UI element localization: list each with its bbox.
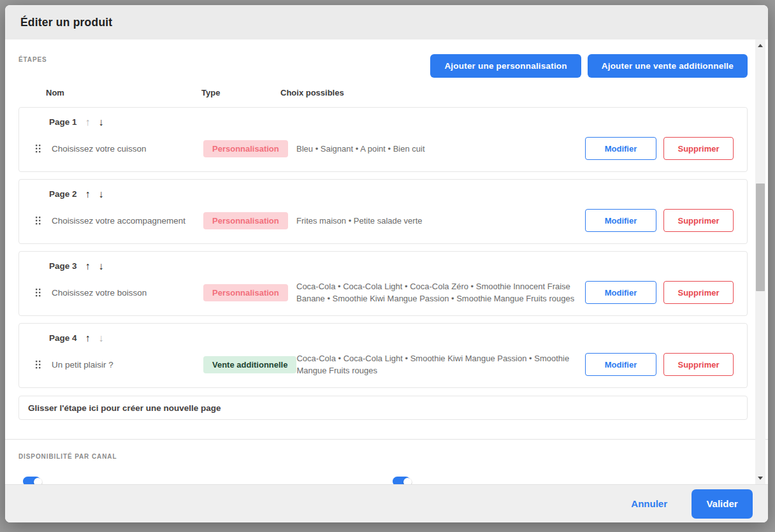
type-badge: Personnalisation xyxy=(203,140,288,157)
etape-row: Choisissez votre boisson Personnalisatio… xyxy=(19,278,747,306)
page-label: Page 1 xyxy=(49,117,77,127)
delete-button[interactable]: Supprimer xyxy=(663,137,734,160)
channel-toggle[interactable] xyxy=(23,477,41,484)
etape-card: Page 2 ↑ ↓ Choisissez votre accompagneme… xyxy=(18,179,748,244)
step-type-cell: Personnalisation xyxy=(203,140,296,157)
step-type-cell: Personnalisation xyxy=(203,212,296,229)
etapes-list: Page 1 ↑ ↓ Choisissez votre cuisson Pers… xyxy=(18,107,748,388)
step-choices: Coca-Cola • Coca-Cola Light • Smoothie K… xyxy=(296,352,585,377)
scrollbar-up-icon[interactable] xyxy=(758,44,763,47)
etape-row: Choisissez votre accompagnement Personna… xyxy=(19,206,747,234)
new-page-drop-zone[interactable]: Glisser l'étape ici pour créer une nouve… xyxy=(18,396,748,420)
scrollbar-down-icon[interactable] xyxy=(758,477,763,480)
etape-card-header: Page 2 ↑ ↓ xyxy=(19,188,747,200)
arrow-down-icon[interactable]: ↓ xyxy=(99,333,104,343)
validate-button[interactable]: Valider xyxy=(692,489,753,519)
arrow-up-icon[interactable]: ↑ xyxy=(85,333,91,343)
disponibilite-section-label: DISPONIBILITÉ PAR CANAL xyxy=(18,453,117,460)
etape-card-header: Page 1 ↑ ↓ xyxy=(19,116,747,128)
arrow-up-icon[interactable]: ↑ xyxy=(85,261,91,271)
modal-title: Éditer un produit xyxy=(20,16,112,29)
channels-row xyxy=(18,477,748,484)
drag-handle-icon[interactable] xyxy=(36,217,42,225)
page-label: Page 4 xyxy=(49,333,77,343)
step-name: Choisissez votre cuisson xyxy=(52,144,203,154)
arrow-up-icon[interactable]: ↑ xyxy=(85,117,91,127)
step-actions: Modifier Supprimer xyxy=(585,137,734,160)
delete-button[interactable]: Supprimer xyxy=(663,353,734,376)
arrow-up-icon[interactable]: ↑ xyxy=(85,189,91,199)
etape-card: Page 1 ↑ ↓ Choisissez votre cuisson Pers… xyxy=(18,107,748,172)
etapes-section-label: ÉTAPES xyxy=(18,56,47,63)
modal-scrollbar[interactable] xyxy=(755,40,765,484)
arrow-down-icon[interactable]: ↓ xyxy=(99,189,104,199)
delete-button[interactable]: Supprimer xyxy=(663,209,734,232)
type-badge: Vente additionnelle xyxy=(203,356,296,373)
channel-toggle[interactable] xyxy=(393,477,410,484)
column-header-type: Type xyxy=(201,88,280,97)
arrow-down-icon[interactable]: ↓ xyxy=(99,261,104,271)
drag-handle-icon[interactable] xyxy=(36,145,42,153)
step-choices: Bleu • Saignant • A point • Bien cuit xyxy=(296,143,585,155)
step-actions: Modifier Supprimer xyxy=(585,281,734,304)
step-choices: Frites maison • Petite salade verte xyxy=(296,215,585,227)
page-label: Page 2 xyxy=(49,189,77,199)
column-header-choix: Choix possibles xyxy=(280,88,748,97)
step-name: Choisissez votre boisson xyxy=(52,288,203,298)
cancel-button[interactable]: Annuler xyxy=(631,498,667,509)
step-actions: Modifier Supprimer xyxy=(585,209,734,232)
edit-product-modal: Éditer un produit ÉTAPES Ajouter une per… xyxy=(5,5,768,522)
etape-card-header: Page 4 ↑ ↓ xyxy=(19,332,747,344)
step-name: Un petit plaisir ? xyxy=(52,360,203,370)
modal-footer: Annuler Valider xyxy=(5,484,768,522)
drag-handle-icon[interactable] xyxy=(36,289,42,297)
step-type-cell: Personnalisation xyxy=(203,284,296,301)
etape-row: Un petit plaisir ? Vente additionnelle C… xyxy=(19,350,747,378)
modify-button[interactable]: Modifier xyxy=(585,353,656,376)
modal-body: ÉTAPES Ajouter une personnalisation Ajou… xyxy=(5,40,768,484)
modify-button[interactable]: Modifier xyxy=(585,209,656,232)
arrow-down-icon[interactable]: ↓ xyxy=(99,117,104,127)
etape-card: Page 4 ↑ ↓ Un petit plaisir ? Vente addi… xyxy=(18,323,748,388)
etape-card: Page 3 ↑ ↓ Choisissez votre boisson Pers… xyxy=(18,251,748,316)
step-name: Choisissez votre accompagnement xyxy=(52,216,203,226)
step-actions: Modifier Supprimer xyxy=(585,353,734,376)
type-badge: Personnalisation xyxy=(203,212,288,229)
type-badge: Personnalisation xyxy=(203,284,288,301)
etape-row: Choisissez votre cuisson Personnalisatio… xyxy=(19,134,747,162)
modal-header: Éditer un produit xyxy=(5,5,768,40)
delete-button[interactable]: Supprimer xyxy=(663,281,734,304)
etape-card-header: Page 3 ↑ ↓ xyxy=(19,260,747,272)
step-choices: Coca-Cola • Coca-Cola Light • Coca-Cola … xyxy=(296,280,585,305)
step-type-cell: Vente additionnelle xyxy=(203,356,296,373)
modify-button[interactable]: Modifier xyxy=(585,137,656,160)
add-vente-additionnelle-button[interactable]: Ajouter une vente additionnelle xyxy=(588,54,748,78)
scrollbar-thumb[interactable] xyxy=(756,183,765,291)
drag-handle-icon[interactable] xyxy=(36,361,42,369)
modify-button[interactable]: Modifier xyxy=(585,281,656,304)
page-label: Page 3 xyxy=(49,261,77,271)
add-personnalisation-button[interactable]: Ajouter une personnalisation xyxy=(430,54,581,78)
column-header-nom: Nom xyxy=(46,88,201,97)
column-headers: Nom Type Choix possibles xyxy=(18,88,748,97)
